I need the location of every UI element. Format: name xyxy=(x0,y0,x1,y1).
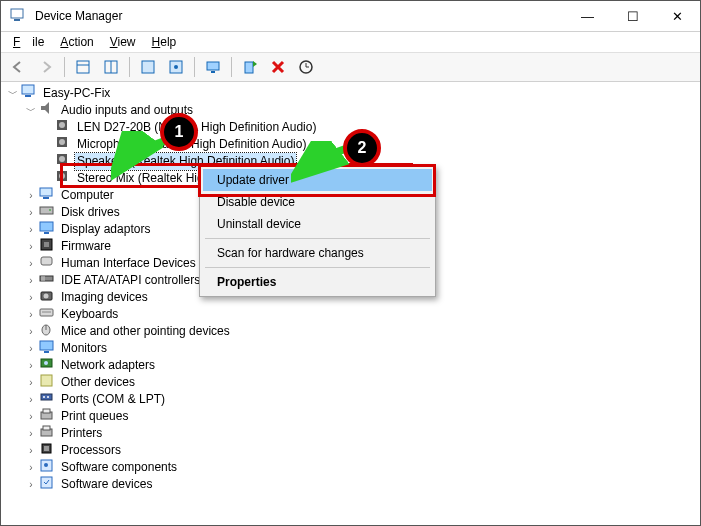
svg-rect-30 xyxy=(44,232,49,234)
titlebar: Device Manager — ☐ ✕ xyxy=(1,1,700,32)
toolbar xyxy=(1,53,700,82)
svg-rect-1 xyxy=(14,19,20,21)
expand-icon[interactable]: › xyxy=(25,207,37,219)
window-title: Device Manager xyxy=(35,9,565,23)
svg-rect-47 xyxy=(41,375,52,386)
svg-point-24 xyxy=(59,173,65,179)
expand-icon[interactable]: ﹀ xyxy=(7,88,19,100)
expand-icon[interactable]: › xyxy=(25,343,37,355)
minimize-button[interactable]: — xyxy=(565,1,610,31)
tree-category[interactable]: ›Printers xyxy=(7,425,700,442)
svg-point-50 xyxy=(47,396,49,398)
tree-category[interactable]: ›Monitors xyxy=(7,340,700,357)
toolbar-btn-1[interactable] xyxy=(70,54,96,80)
toolbar-btn-monitor[interactable] xyxy=(200,54,226,80)
expand-icon[interactable]: › xyxy=(25,411,37,423)
toolbar-btn-update[interactable] xyxy=(237,54,263,80)
close-button[interactable]: ✕ xyxy=(655,1,700,31)
expand-icon[interactable]: › xyxy=(25,292,37,304)
expand-icon[interactable]: ﹀ xyxy=(25,105,37,117)
tree-category[interactable]: ›Software devices xyxy=(7,476,700,493)
tree-category-label: Firmware xyxy=(59,238,113,255)
svg-rect-44 xyxy=(44,351,49,353)
toolbar-btn-2[interactable] xyxy=(98,54,124,80)
tree-category-label: Mice and other pointing devices xyxy=(59,323,232,340)
window-controls: — ☐ ✕ xyxy=(565,1,700,31)
app-icon xyxy=(9,7,25,26)
expand-icon[interactable]: › xyxy=(25,428,37,440)
ctx-scan-hardware[interactable]: Scan for hardware changes xyxy=(203,242,432,264)
expand-icon[interactable]: › xyxy=(25,309,37,321)
expand-icon[interactable]: › xyxy=(25,360,37,372)
svg-point-22 xyxy=(59,156,65,162)
ctx-separator xyxy=(205,238,430,239)
tree-category[interactable]: ›Software components xyxy=(7,459,700,476)
menu-view[interactable]: View xyxy=(104,33,142,51)
svg-point-20 xyxy=(59,139,65,145)
expand-icon[interactable]: › xyxy=(25,326,37,338)
audio-icon xyxy=(39,101,55,120)
ctx-disable-device[interactable]: Disable device xyxy=(203,191,432,213)
device-manager-window: Device Manager — ☐ ✕ File Action View He… xyxy=(0,0,701,526)
svg-rect-52 xyxy=(43,409,50,413)
svg-point-38 xyxy=(44,294,49,299)
svg-rect-32 xyxy=(44,242,49,247)
expand-icon[interactable]: › xyxy=(25,479,37,491)
tree-category[interactable]: ›Keyboards xyxy=(7,306,700,323)
toolbar-btn-scan[interactable] xyxy=(293,54,319,80)
tree-category[interactable]: ›Print queues xyxy=(7,408,700,425)
svg-point-8 xyxy=(174,65,178,69)
tree-root[interactable]: ﹀ Easy-PC-Fix xyxy=(7,85,700,102)
svg-marker-16 xyxy=(41,102,49,114)
expand-icon[interactable]: › xyxy=(25,190,37,202)
svg-rect-2 xyxy=(77,61,89,73)
tree-category-label: Network adapters xyxy=(59,357,157,374)
tree-category-label: Keyboards xyxy=(59,306,120,323)
tree-category[interactable]: ›Ports (COM & LPT) xyxy=(7,391,700,408)
ctx-separator xyxy=(205,267,430,268)
tree-category-label: Other devices xyxy=(59,374,137,391)
tree-category[interactable]: ›Mice and other pointing devices xyxy=(7,323,700,340)
tree-category-label: Computer xyxy=(59,187,116,204)
expand-icon[interactable]: › xyxy=(25,445,37,457)
expand-icon[interactable]: › xyxy=(25,258,37,270)
expand-icon[interactable]: › xyxy=(25,275,37,287)
svg-rect-48 xyxy=(41,394,52,400)
tree-category-label: Software devices xyxy=(59,476,154,493)
tree-audio[interactable]: ﹀ Audio inputs and outputs xyxy=(7,102,700,119)
speaker-icon xyxy=(55,169,71,188)
tree-category[interactable]: ›Other devices xyxy=(7,374,700,391)
toolbar-btn-3[interactable] xyxy=(135,54,161,80)
menu-help[interactable]: Help xyxy=(146,33,183,51)
expand-icon[interactable]: › xyxy=(25,462,37,474)
expand-icon[interactable]: › xyxy=(25,241,37,253)
toolbar-btn-4[interactable] xyxy=(163,54,189,80)
tree-category-label: Software components xyxy=(59,459,179,476)
toolbar-separator xyxy=(231,57,232,77)
svg-rect-9 xyxy=(207,62,219,70)
svg-point-18 xyxy=(59,122,65,128)
toolbar-separator xyxy=(194,57,195,77)
forward-button[interactable] xyxy=(33,54,59,80)
svg-point-28 xyxy=(49,209,51,211)
ctx-properties[interactable]: Properties xyxy=(203,271,432,293)
svg-rect-11 xyxy=(245,62,253,73)
ctx-uninstall-device[interactable]: Uninstall device xyxy=(203,213,432,235)
svg-point-46 xyxy=(44,361,48,365)
tree-category[interactable]: ›Network adapters xyxy=(7,357,700,374)
svg-rect-14 xyxy=(22,85,34,94)
menu-file[interactable]: File xyxy=(7,33,50,51)
svg-rect-56 xyxy=(44,446,49,451)
maximize-button[interactable]: ☐ xyxy=(610,1,655,31)
expand-icon[interactable]: › xyxy=(25,224,37,236)
svg-rect-6 xyxy=(142,61,154,73)
tree-category[interactable]: ›Processors xyxy=(7,442,700,459)
svg-rect-33 xyxy=(41,257,52,265)
svg-rect-25 xyxy=(40,188,52,196)
back-button[interactable] xyxy=(5,54,31,80)
category-icon xyxy=(39,475,55,494)
menu-action[interactable]: Action xyxy=(54,33,99,51)
expand-icon[interactable]: › xyxy=(25,377,37,389)
expand-icon[interactable]: › xyxy=(25,394,37,406)
toolbar-btn-delete[interactable] xyxy=(265,54,291,80)
